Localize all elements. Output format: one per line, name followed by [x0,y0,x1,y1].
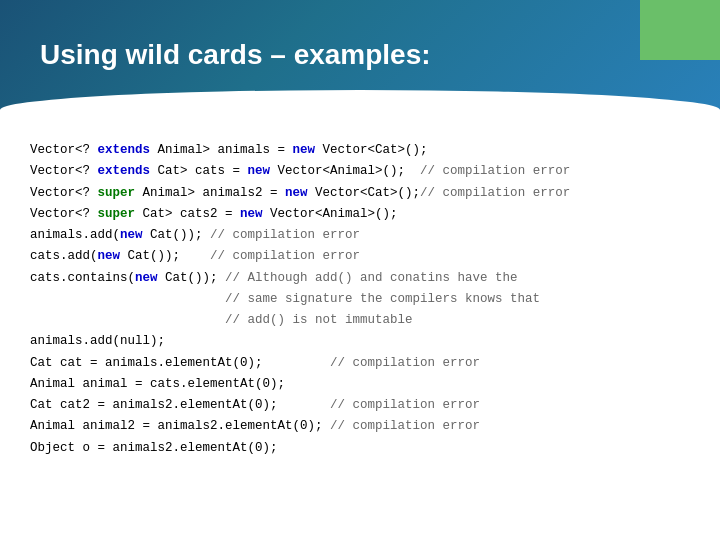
slide-title: Using wild cards – examples: [40,39,431,71]
code-content: Vector<? extends Animal> animals = new V… [0,120,720,469]
code-line-12: Animal animal = cats.elementAt(0); [30,374,690,395]
code-line-15: Object o = animals2.elementAt(0); [30,438,690,459]
code-line-6: cats.add(new Cat()); // compilation erro… [30,246,690,267]
code-line-1: Vector<? extends Animal> animals = new V… [30,140,690,161]
top-bar-decoration [640,0,720,60]
code-line-7: cats.contains(new Cat()); // Although ad… [30,268,690,289]
code-line-8: // same signature the compilers knows th… [30,289,690,310]
slide: Using wild cards – examples: Vector<? ex… [0,0,720,540]
code-line-10: animals.add(null); [30,331,690,352]
code-line-11: Cat cat = animals.elementAt(0); // compi… [30,353,690,374]
code-line-4: Vector<? super Cat> cats2 = new Vector<A… [30,204,690,225]
code-line-5: animals.add(new Cat()); // compilation e… [30,225,690,246]
code-line-3: Vector<? super Animal> animals2 = new Ve… [30,183,690,204]
slide-header: Using wild cards – examples: [0,0,720,110]
code-line-13: Cat cat2 = animals2.elementAt(0); // com… [30,395,690,416]
code-block: Vector<? extends Animal> animals = new V… [30,140,690,459]
code-line-2: Vector<? extends Cat> cats = new Vector<… [30,161,690,182]
code-line-14: Animal animal2 = animals2.elementAt(0); … [30,416,690,437]
code-line-9: // add() is not immutable [30,310,690,331]
